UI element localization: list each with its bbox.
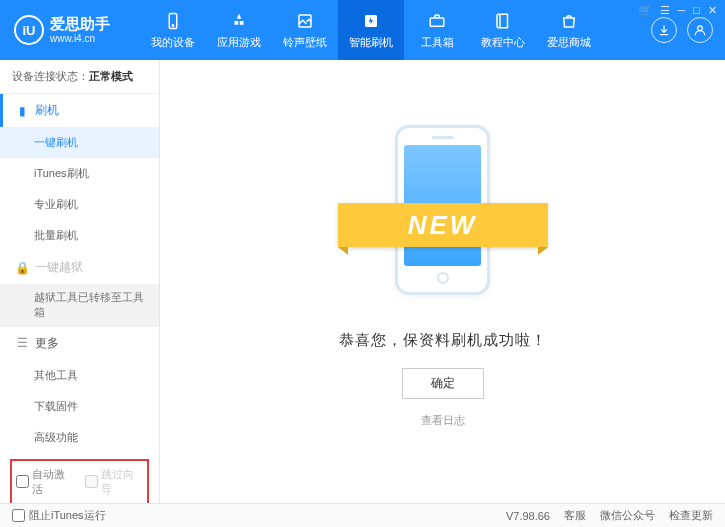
download-button[interactable] [651, 17, 677, 43]
footer: 阻止iTunes运行 V7.98.66 客服 微信公众号 检查更新 [0, 503, 725, 527]
flash-icon [361, 11, 381, 31]
nav-flash[interactable]: 智能刷机 [338, 0, 404, 60]
logo-icon: iU [14, 15, 44, 45]
close-icon[interactable]: ✕ [708, 4, 717, 17]
checkbox-auto-activate[interactable]: 自动激活 [16, 467, 75, 497]
main-content: NEW 恭喜您，保资料刷机成功啦！ 确定 查看日志 [160, 60, 725, 503]
new-ribbon: NEW [338, 203, 548, 247]
sidebar-batch-flash[interactable]: 批量刷机 [0, 220, 159, 251]
options-box: 自动激活 跳过向导 [10, 459, 149, 505]
checkbox-block-itunes[interactable]: 阻止iTunes运行 [12, 508, 106, 523]
svg-point-5 [698, 26, 703, 31]
book-icon [493, 11, 513, 31]
lock-icon: 🔒 [15, 261, 29, 275]
footer-wechat[interactable]: 微信公众号 [600, 508, 655, 523]
sidebar-pro-flash[interactable]: 专业刷机 [0, 189, 159, 220]
sidebar-one-key-flash[interactable]: 一键刷机 [0, 127, 159, 158]
app-header: iU 爱思助手 www.i4.cn 我的设备 应用游戏 铃声壁纸 智能刷机 工具… [0, 0, 725, 60]
version-label: V7.98.66 [506, 510, 550, 522]
success-message: 恭喜您，保资料刷机成功啦！ [339, 331, 547, 350]
toolbox-icon [427, 11, 447, 31]
user-button[interactable] [687, 17, 713, 43]
window-controls: 🛒 ☰ ─ □ ✕ [638, 4, 717, 17]
app-url: www.i4.cn [50, 33, 110, 44]
sidebar-advanced[interactable]: 高级功能 [0, 422, 159, 453]
app-name: 爱思助手 [50, 16, 110, 33]
svg-rect-4 [430, 18, 444, 26]
connection-status: 设备连接状态：正常模式 [0, 60, 159, 94]
nav-tutorials[interactable]: 教程中心 [470, 0, 536, 60]
jailbreak-note: 越狱工具已转移至工具箱 [0, 284, 159, 327]
maximize-icon[interactable]: □ [693, 4, 700, 17]
header-actions [651, 17, 725, 43]
apps-icon [229, 11, 249, 31]
logo: iU 爱思助手 www.i4.cn [0, 15, 140, 45]
wallpaper-icon [295, 11, 315, 31]
section-jailbreak: 🔒 一键越狱 [0, 251, 159, 284]
footer-support[interactable]: 客服 [564, 508, 586, 523]
minimize-icon[interactable]: ─ [678, 4, 686, 17]
sidebar-itunes-flash[interactable]: iTunes刷机 [0, 158, 159, 189]
nav-toolbox[interactable]: 工具箱 [404, 0, 470, 60]
store-icon [559, 11, 579, 31]
nav-ringtones[interactable]: 铃声壁纸 [272, 0, 338, 60]
more-icon: ☰ [15, 336, 29, 350]
nav-my-device[interactable]: 我的设备 [140, 0, 206, 60]
view-log-link[interactable]: 查看日志 [421, 413, 465, 428]
sidebar: 设备连接状态：正常模式 ▮ 刷机 一键刷机 iTunes刷机 专业刷机 批量刷机… [0, 60, 160, 503]
section-flash[interactable]: ▮ 刷机 [0, 94, 159, 127]
section-more[interactable]: ☰ 更多 [0, 327, 159, 360]
footer-check-update[interactable]: 检查更新 [669, 508, 713, 523]
nav-store[interactable]: 爱思商城 [536, 0, 602, 60]
nav-apps[interactable]: 应用游戏 [206, 0, 272, 60]
top-nav: 我的设备 应用游戏 铃声壁纸 智能刷机 工具箱 教程中心 爱思商城 [140, 0, 651, 60]
ok-button[interactable]: 确定 [402, 368, 484, 399]
device-icon [163, 11, 183, 31]
checkbox-skip-guide[interactable]: 跳过向导 [85, 467, 144, 497]
sidebar-other-tools[interactable]: 其他工具 [0, 360, 159, 391]
svg-point-1 [172, 24, 174, 26]
sidebar-download-firmware[interactable]: 下载固件 [0, 391, 159, 422]
menu-icon[interactable]: ☰ [660, 4, 670, 17]
phone-icon: ▮ [15, 104, 29, 118]
phone-illustration: NEW [333, 115, 553, 305]
cart-icon[interactable]: 🛒 [638, 4, 652, 17]
